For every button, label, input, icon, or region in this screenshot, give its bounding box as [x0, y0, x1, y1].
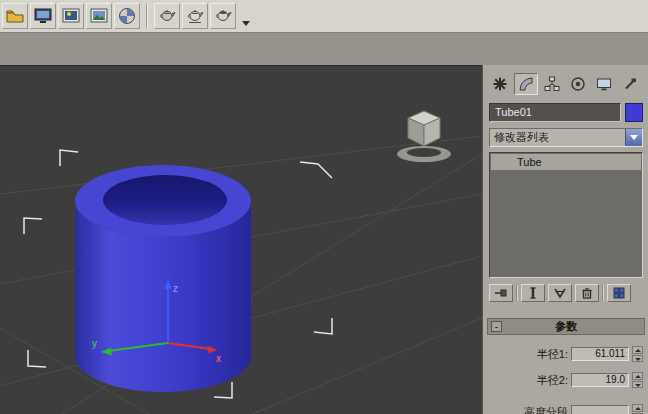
chevron-down-icon: [630, 135, 638, 140]
view-cube[interactable]: [397, 111, 451, 162]
make-unique-button[interactable]: [548, 284, 572, 302]
hierarchy-icon: [544, 76, 560, 92]
tab-hierarchy[interactable]: [540, 73, 564, 95]
quick-render-teapot-icon[interactable]: [182, 3, 208, 29]
utilities-icon: [622, 76, 638, 92]
tab-utilities[interactable]: [618, 73, 642, 95]
trash-icon: [580, 286, 594, 300]
3dsmax-window: z x y: [0, 0, 648, 414]
flyout-arrow-icon[interactable]: [242, 21, 250, 26]
rollout-title: 参数: [502, 319, 644, 334]
param-row-height-segments: 高度分段: [489, 403, 643, 414]
spinner-down-icon[interactable]: [632, 355, 643, 363]
image-frame-icon[interactable]: [86, 3, 112, 29]
modifier-list-label: 修改器列表: [490, 129, 625, 146]
spinner-down-icon[interactable]: [632, 381, 643, 389]
collapse-icon[interactable]: -: [491, 321, 502, 332]
param-label: 半径1:: [537, 347, 568, 362]
tab-modify[interactable]: [514, 73, 538, 95]
show-end-result-icon: [526, 286, 540, 300]
activeshade-teapot-icon[interactable]: [210, 3, 236, 29]
param-label: 半径2:: [537, 373, 568, 388]
radius2-spinner: [632, 372, 643, 388]
create-icon: [492, 76, 508, 92]
modifier-stack-toolbar: [489, 283, 643, 303]
spinner-up-icon[interactable]: [632, 372, 643, 380]
dropdown-button[interactable]: [625, 129, 642, 146]
pin-stack-button[interactable]: [489, 284, 513, 302]
folder-icon[interactable]: [2, 3, 28, 29]
viewport-scene: z x y: [0, 66, 482, 414]
object-color-swatch[interactable]: [625, 103, 643, 122]
stack-toolbar-separator: [602, 285, 604, 301]
remove-modifier-button[interactable]: [575, 284, 599, 302]
modify-icon: [518, 76, 534, 92]
radius1-spinner: [632, 346, 643, 362]
radius2-input[interactable]: 19.0: [571, 373, 629, 387]
make-unique-icon: [553, 286, 567, 300]
render-toolbar-group: [2, 3, 250, 29]
param-label: 高度分段: [524, 405, 568, 414]
render-setup-teapot-icon[interactable]: [154, 3, 180, 29]
spinner-up-icon[interactable]: [632, 404, 643, 412]
param-row-radius2: 半径2: 19.0: [489, 371, 643, 389]
display-icon: [596, 76, 612, 92]
modifier-stack[interactable]: Tube: [489, 152, 643, 278]
radius1-input[interactable]: 61.011: [571, 347, 629, 361]
pin-stack-icon: [494, 286, 508, 300]
height-segments-spinner: [632, 404, 643, 414]
command-panel: Tube01 修改器列表 Tube: [482, 65, 648, 414]
object-name-row: Tube01: [489, 103, 643, 122]
stack-toolbar-separator: [516, 285, 518, 301]
perspective-viewport[interactable]: z x y: [0, 65, 482, 414]
command-panel-tabs: [488, 73, 642, 95]
material-editor-icon[interactable]: [114, 3, 140, 29]
configure-modifier-sets-button[interactable]: [607, 284, 631, 302]
toolbar-separator: [146, 4, 148, 28]
spinner-up-icon[interactable]: [632, 346, 643, 354]
stack-item-tube[interactable]: Tube: [491, 154, 641, 170]
rendered-frame-icon[interactable]: [58, 3, 84, 29]
tab-create[interactable]: [488, 73, 512, 95]
modifier-list-dropdown[interactable]: 修改器列表: [489, 128, 643, 147]
axis-label-y: y: [92, 338, 97, 349]
tube-object[interactable]: [75, 165, 251, 392]
motion-icon: [570, 76, 586, 92]
axis-label-z: z: [173, 283, 178, 294]
object-name-field[interactable]: Tube01: [489, 103, 621, 122]
axis-label-x: x: [216, 353, 221, 364]
screen-icon[interactable]: [30, 3, 56, 29]
parameters-rollout-header[interactable]: - 参数: [487, 318, 645, 335]
configure-sets-icon: [612, 286, 626, 300]
tab-motion[interactable]: [566, 73, 590, 95]
show-end-result-button[interactable]: [521, 284, 545, 302]
main-toolbar: [0, 0, 648, 33]
param-row-radius1: 半径1: 61.011: [489, 345, 643, 363]
toolbar-spacer: [0, 33, 648, 65]
height-segments-input[interactable]: [571, 405, 629, 414]
tab-display[interactable]: [592, 73, 616, 95]
